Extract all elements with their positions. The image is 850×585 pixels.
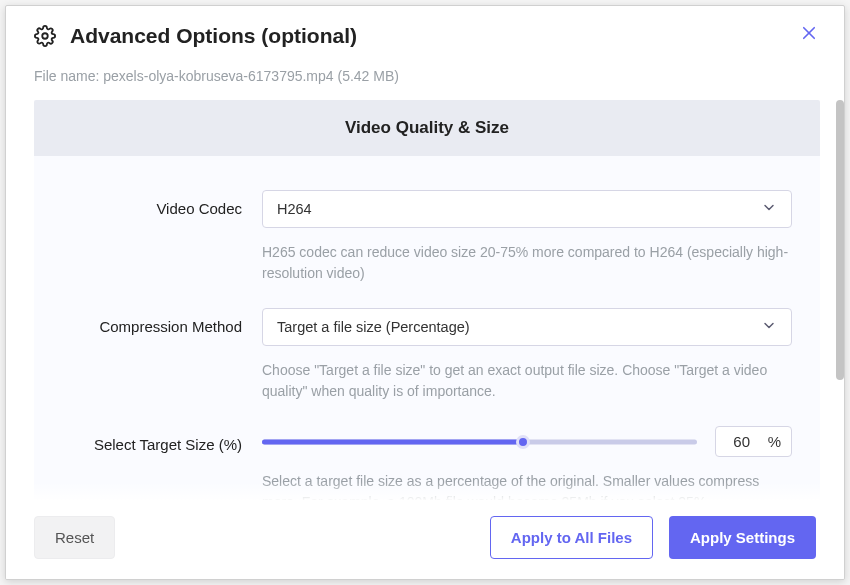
target-help: Select a target file size as a percentag… xyxy=(262,471,792,500)
method-select[interactable]: Target a file size (Percentage) xyxy=(262,308,792,346)
apply-all-button[interactable]: Apply to All Files xyxy=(490,516,653,559)
target-size-unit: % xyxy=(768,433,781,450)
codec-row: Video Codec H264 H265 codec can reduce v… xyxy=(34,156,820,284)
method-value: Target a file size (Percentage) xyxy=(277,319,470,335)
file-name-label: File name: xyxy=(34,68,99,84)
codec-label: Video Codec xyxy=(62,190,262,217)
reset-button[interactable]: Reset xyxy=(34,516,115,559)
close-icon xyxy=(800,24,818,42)
target-label: Select Target Size (%) xyxy=(62,426,262,453)
svg-point-0 xyxy=(42,33,48,39)
panel-header: Video Quality & Size xyxy=(34,100,820,156)
method-label: Compression Method xyxy=(62,308,262,335)
apply-settings-button[interactable]: Apply Settings xyxy=(669,516,816,559)
method-help: Choose "Target a file size" to get an ex… xyxy=(262,360,792,402)
panel-title: Video Quality & Size xyxy=(34,118,820,138)
codec-help: H265 codec can reduce video size 20-75% … xyxy=(262,242,792,284)
slider-fill xyxy=(262,439,523,444)
slider-thumb[interactable] xyxy=(516,435,530,449)
scroll-area: Video Quality & Size Video Codec H264 H2… xyxy=(6,100,844,500)
file-size-value: (5.42 MB) xyxy=(338,68,399,84)
chevron-down-icon xyxy=(761,200,777,219)
target-row: Select Target Size (%) % Select a xyxy=(34,402,820,500)
close-button[interactable] xyxy=(798,22,820,44)
file-name-line: File name: pexels-olya-kobruseva-6173795… xyxy=(6,60,844,100)
dialog-title: Advanced Options (optional) xyxy=(70,24,357,48)
file-name-value: pexels-olya-kobruseva-6173795.mp4 xyxy=(103,68,333,84)
gear-icon xyxy=(34,25,56,47)
chevron-down-icon xyxy=(761,318,777,337)
method-row: Compression Method Target a file size (P… xyxy=(34,284,820,402)
codec-value: H264 xyxy=(277,201,312,217)
dialog-footer: Reset Apply to All Files Apply Settings xyxy=(6,500,844,579)
target-size-slider[interactable] xyxy=(262,432,697,452)
scrollbar-thumb[interactable] xyxy=(836,100,844,380)
dialog-header: Advanced Options (optional) xyxy=(6,6,844,60)
advanced-options-dialog: Advanced Options (optional) File name: p… xyxy=(5,5,845,580)
quality-size-panel: Video Quality & Size Video Codec H264 H2… xyxy=(34,100,820,500)
codec-select[interactable]: H264 xyxy=(262,190,792,228)
target-size-input[interactable] xyxy=(726,433,758,450)
target-size-value-box: % xyxy=(715,426,792,457)
